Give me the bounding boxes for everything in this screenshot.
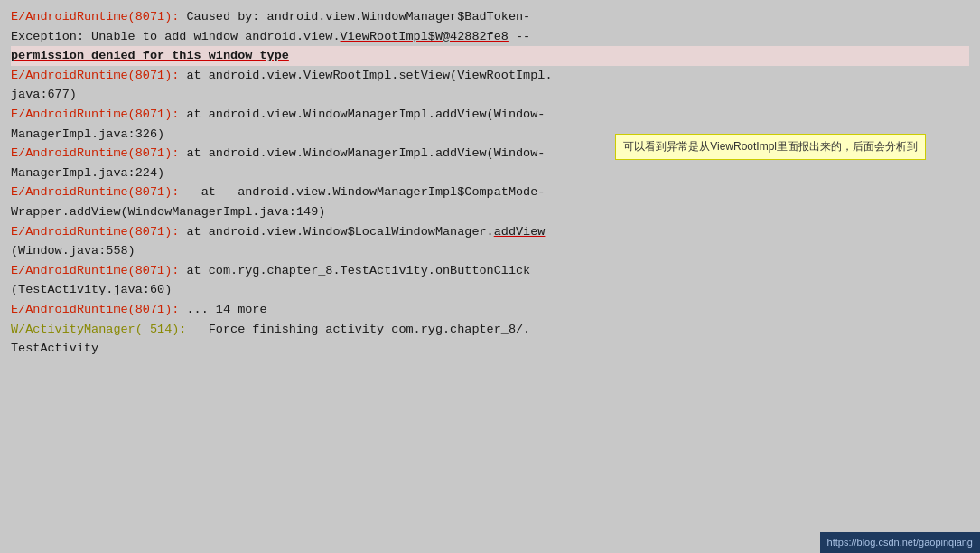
code-line-16: E/AndroidRuntime(8071): ... 14 more [11,300,969,320]
error-prefix-12: E/AndroidRuntime(8071): [11,225,186,239]
line2-text2: -- [509,30,530,43]
error-prefix-1: E/AndroidRuntime(8071): [11,10,186,23]
code-line-11: Wrapper.addView(WindowManagerImpl.java:1… [11,202,969,222]
line11-text: Wrapper.addView(WindowManagerImpl.java:1… [11,205,325,219]
code-line-10: E/AndroidRuntime(8071): at android.view.… [11,183,969,202]
error-prefix-6: E/AndroidRuntime(8071): [11,108,186,121]
code-area: E/AndroidRuntime(8071): Caused by: andro… [0,0,980,553]
code-line-17: W/ActivityManager( 514): Force finishing… [11,320,969,340]
code-line-18: TestActivity [11,339,969,359]
error-prefix-8: E/AndroidRuntime(8071): [11,146,186,160]
line15-text: (TestActivity.java:60) [11,283,172,296]
bottom-url: https://blog.csdn.net/gaopinqiang [827,537,973,548]
line9-text: ManagerImpl.java:224) [11,166,164,180]
tooltip-text: 可以看到异常是从ViewRootImpl里面报出来的，后面会分析到 [623,140,918,153]
permission-denied-text: permission denied for this window type [11,49,289,62]
line2-viewrootimpl: ViewRootImpl$W@42882fe8 [341,30,509,43]
line12-text: at android.view.Window$LocalWindowManage… [186,225,493,239]
line17-text: Force finishing activity com.ryg.chapter… [186,323,530,336]
code-line-14: E/AndroidRuntime(8071): at com.ryg.chapt… [11,261,969,281]
line4-text: at android.view.ViewRootImpl.setView(Vie… [186,69,552,82]
line14-text: at com.ryg.chapter_8.TestActivity.onButt… [186,264,530,277]
code-line-5: java:677) [11,85,969,105]
warning-prefix-17: W/ActivityManager( 514): [11,323,186,336]
line5-text: java:677) [11,88,77,101]
code-line-4: E/AndroidRuntime(8071): at android.view.… [11,66,969,86]
code-line-12: E/AndroidRuntime(8071): at android.view.… [11,222,969,242]
error-prefix-4: E/AndroidRuntime(8071): [11,69,186,82]
code-line-3: permission denied for this window type [11,46,969,66]
line13-text: (Window.java:558) [11,244,135,258]
line7-text: ManagerImpl.java:326) [11,127,164,141]
line16-text: ... 14 more [186,303,266,316]
line2-text1: Exception: Unable to add window android.… [11,30,341,43]
error-prefix-14: E/AndroidRuntime(8071): [11,264,186,277]
code-line-1: E/AndroidRuntime(8071): Caused by: andro… [11,7,969,27]
error-prefix-16: E/AndroidRuntime(8071): [11,303,186,316]
line10-text: at android.view.WindowManagerImpl$Compat… [186,185,545,199]
line6-text: at android.view.WindowManagerImpl.addVie… [186,108,545,121]
bottom-bar: https://blog.csdn.net/gaopinqiang [820,532,980,553]
line8-text: at android.view.WindowManagerImpl.addVie… [186,146,545,160]
code-line-2: Exception: Unable to add window android.… [11,27,969,47]
tooltip-box: 可以看到异常是从ViewRootImpl里面报出来的，后面会分析到 [615,134,926,160]
code-line-15: (TestActivity.java:60) [11,280,969,300]
code-line-6: E/AndroidRuntime(8071): at android.view.… [11,105,969,125]
error-prefix-10: E/AndroidRuntime(8071): [11,185,186,199]
caused-by-label: Caused by: android.view.WindowManager$Ba… [186,10,530,23]
line18-text: TestActivity [11,342,98,355]
code-line-13: (Window.java:558) [11,241,969,261]
code-line-9: ManagerImpl.java:224) [11,164,969,183]
line12-addview: addView [494,225,546,239]
